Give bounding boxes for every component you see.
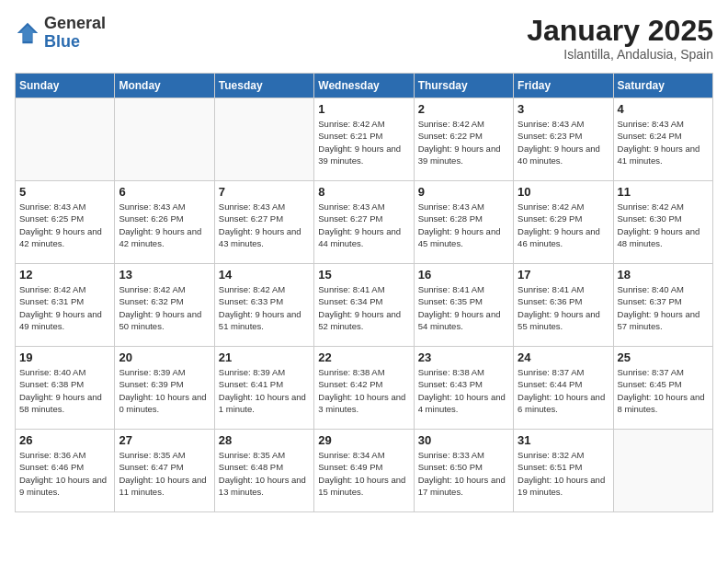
logo-icon [15,20,40,46]
calendar-day: 28Sunrise: 8:35 AMSunset: 6:48 PMDayligh… [214,430,313,512]
calendar-day: 3Sunrise: 8:43 AMSunset: 6:23 PMDaylight… [514,98,613,181]
day-info: Sunrise: 8:43 AMSunset: 6:26 PMDaylight:… [119,201,210,249]
day-number: 25 [618,350,709,364]
day-number: 2 [418,102,509,116]
day-info: Sunrise: 8:33 AMSunset: 6:50 PMDaylight:… [418,449,509,498]
day-info: Sunrise: 8:43 AMSunset: 6:24 PMDaylight:… [618,118,709,167]
calendar-header-row: SundayMondayTuesdayWednesdayThursdayFrid… [16,74,713,98]
day-number: 11 [618,185,709,199]
day-info: Sunrise: 8:37 AMSunset: 6:45 PMDaylight:… [618,366,709,415]
calendar-day: 29Sunrise: 8:34 AMSunset: 6:49 PMDayligh… [314,430,414,512]
calendar-week-1: 1Sunrise: 8:42 AMSunset: 6:21 PMDaylight… [16,98,713,181]
calendar-day: 24Sunrise: 8:37 AMSunset: 6:44 PMDayligh… [514,347,613,430]
weekday-header-tuesday: Tuesday [214,74,313,98]
day-number: 5 [19,185,110,199]
day-number: 30 [418,433,509,447]
calendar-day: 20Sunrise: 8:39 AMSunset: 6:39 PMDayligh… [115,347,214,430]
day-info: Sunrise: 8:32 AMSunset: 6:51 PMDaylight:… [518,449,609,498]
day-number: 24 [518,350,609,364]
day-info: Sunrise: 8:41 AMSunset: 6:34 PMDaylight:… [318,283,409,332]
day-info: Sunrise: 8:35 AMSunset: 6:47 PMDaylight:… [119,449,210,498]
day-number: 13 [119,268,210,282]
day-info: Sunrise: 8:43 AMSunset: 6:28 PMDaylight:… [418,201,509,249]
calendar-day: 4Sunrise: 8:43 AMSunset: 6:24 PMDaylight… [613,98,712,181]
day-number: 19 [19,350,110,364]
day-info: Sunrise: 8:43 AMSunset: 6:25 PMDaylight:… [19,201,110,249]
calendar-day: 12Sunrise: 8:42 AMSunset: 6:31 PMDayligh… [16,264,115,347]
day-info: Sunrise: 8:42 AMSunset: 6:33 PMDaylight:… [219,283,310,332]
calendar-day: 13Sunrise: 8:42 AMSunset: 6:32 PMDayligh… [115,264,214,347]
day-info: Sunrise: 8:34 AMSunset: 6:49 PMDaylight:… [318,449,409,498]
calendar-day: 17Sunrise: 8:41 AMSunset: 6:36 PMDayligh… [514,264,613,347]
weekday-header-sunday: Sunday [16,74,115,98]
day-number: 17 [518,268,609,282]
calendar-day: 1Sunrise: 8:42 AMSunset: 6:21 PMDaylight… [314,98,414,181]
day-number: 1 [318,102,409,116]
day-info: Sunrise: 8:38 AMSunset: 6:42 PMDaylight:… [318,366,409,415]
day-info: Sunrise: 8:41 AMSunset: 6:36 PMDaylight:… [518,283,609,332]
day-number: 26 [19,433,110,447]
day-number: 16 [418,268,509,282]
calendar-day: 31Sunrise: 8:32 AMSunset: 6:51 PMDayligh… [514,430,613,512]
calendar-day: 21Sunrise: 8:39 AMSunset: 6:41 PMDayligh… [214,347,313,430]
title-block: January 2025 Islantilla, Andalusia, Spai… [527,15,713,62]
logo-blue-text: Blue [44,33,106,52]
calendar-day: 23Sunrise: 8:38 AMSunset: 6:43 PMDayligh… [414,347,513,430]
calendar-day: 19Sunrise: 8:40 AMSunset: 6:38 PMDayligh… [16,347,115,430]
day-info: Sunrise: 8:43 AMSunset: 6:27 PMDaylight:… [318,201,409,249]
day-info: Sunrise: 8:40 AMSunset: 6:37 PMDaylight:… [618,283,709,332]
day-number: 29 [318,433,409,447]
day-info: Sunrise: 8:43 AMSunset: 6:27 PMDaylight:… [219,201,310,249]
day-info: Sunrise: 8:35 AMSunset: 6:48 PMDaylight:… [219,449,310,498]
day-number: 21 [219,350,310,364]
day-number: 9 [418,185,509,199]
day-number: 6 [119,185,210,199]
calendar-week-2: 5Sunrise: 8:43 AMSunset: 6:25 PMDaylight… [16,181,713,264]
weekday-header-wednesday: Wednesday [314,74,414,98]
calendar-day: 16Sunrise: 8:41 AMSunset: 6:35 PMDayligh… [414,264,513,347]
day-info: Sunrise: 8:42 AMSunset: 6:29 PMDaylight:… [518,201,609,249]
logo-general-text: General [44,15,106,33]
calendar-day: 9Sunrise: 8:43 AMSunset: 6:28 PMDaylight… [414,181,513,264]
day-number: 15 [318,268,409,282]
day-number: 28 [219,433,310,447]
day-info: Sunrise: 8:42 AMSunset: 6:30 PMDaylight:… [618,201,709,249]
day-number: 4 [618,102,709,116]
day-info: Sunrise: 8:42 AMSunset: 6:32 PMDaylight:… [119,283,210,332]
weekday-header-monday: Monday [115,74,214,98]
calendar-day [613,430,712,512]
calendar-title: January 2025 [527,15,713,47]
weekday-header-saturday: Saturday [613,74,712,98]
day-info: Sunrise: 8:38 AMSunset: 6:43 PMDaylight:… [418,366,509,415]
day-number: 10 [518,185,609,199]
calendar-day: 18Sunrise: 8:40 AMSunset: 6:37 PMDayligh… [613,264,712,347]
calendar-week-3: 12Sunrise: 8:42 AMSunset: 6:31 PMDayligh… [16,264,713,347]
weekday-header-friday: Friday [514,74,613,98]
calendar-day: 2Sunrise: 8:42 AMSunset: 6:22 PMDaylight… [414,98,513,181]
day-number: 18 [618,268,709,282]
calendar-day [16,98,115,181]
calendar-day: 11Sunrise: 8:42 AMSunset: 6:30 PMDayligh… [613,181,712,264]
day-number: 14 [219,268,310,282]
day-number: 22 [318,350,409,364]
day-number: 3 [518,102,609,116]
day-info: Sunrise: 8:41 AMSunset: 6:35 PMDaylight:… [418,283,509,332]
calendar-week-4: 19Sunrise: 8:40 AMSunset: 6:38 PMDayligh… [16,347,713,430]
logo-text: General Blue [44,15,106,52]
day-info: Sunrise: 8:42 AMSunset: 6:21 PMDaylight:… [318,118,409,167]
day-number: 20 [119,350,210,364]
calendar-day: 25Sunrise: 8:37 AMSunset: 6:45 PMDayligh… [613,347,712,430]
day-number: 23 [418,350,509,364]
day-info: Sunrise: 8:36 AMSunset: 6:46 PMDaylight:… [19,449,110,498]
day-number: 31 [518,433,609,447]
day-number: 27 [119,433,210,447]
calendar-day: 7Sunrise: 8:43 AMSunset: 6:27 PMDaylight… [214,181,313,264]
calendar-location: Islantilla, Andalusia, Spain [527,47,713,62]
day-number: 12 [19,268,110,282]
day-info: Sunrise: 8:43 AMSunset: 6:23 PMDaylight:… [518,118,609,167]
svg-marker-1 [19,25,36,40]
day-info: Sunrise: 8:42 AMSunset: 6:22 PMDaylight:… [418,118,509,167]
calendar-day: 5Sunrise: 8:43 AMSunset: 6:25 PMDaylight… [16,181,115,264]
page-header: General Blue January 2025 Islantilla, An… [15,15,713,62]
calendar-day: 22Sunrise: 8:38 AMSunset: 6:42 PMDayligh… [314,347,414,430]
